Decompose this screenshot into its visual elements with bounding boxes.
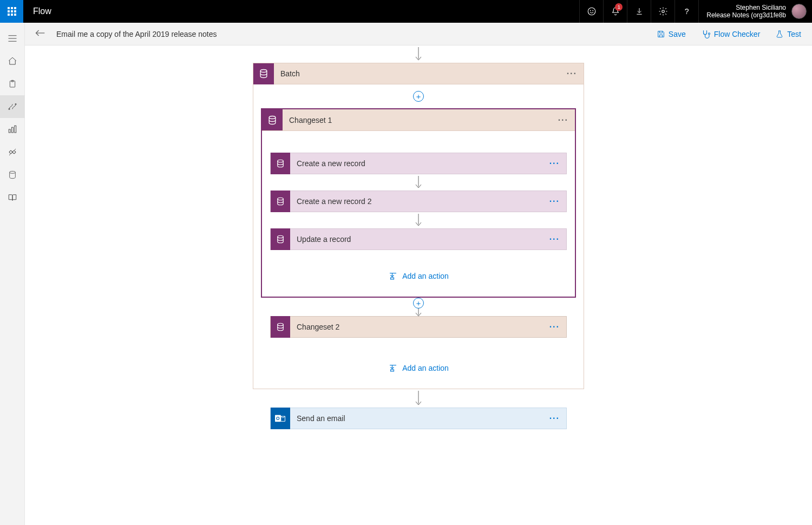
designer-canvas[interactable]: Batch ··· ＋ Changeset 1 ··· (25, 45, 812, 525)
svg-point-1 (590, 10, 591, 11)
user-name: Stephen Siciliano (706, 4, 786, 11)
stethoscope-icon (701, 29, 711, 39)
download-icon (635, 7, 644, 16)
changeset-2-menu-button[interactable]: ··· (543, 322, 566, 332)
add-action-button[interactable]: Add an action (388, 272, 449, 280)
changeset-1: Changeset 1 ··· Create a new record ··· (261, 108, 576, 298)
cds-icon (271, 316, 290, 338)
changeset-2-title: Changeset 2 (290, 323, 543, 331)
feedback-button[interactable] (579, 0, 603, 23)
clipboard-icon (8, 79, 17, 89)
nav-data[interactable] (0, 163, 25, 186)
batch-menu-button[interactable]: ··· (560, 69, 584, 78)
svg-rect-22 (391, 370, 394, 371)
action-menu-button[interactable]: ··· (543, 234, 566, 244)
changeset-1-menu-button[interactable]: ··· (552, 115, 575, 125)
org-name: Release Notes (org3d1fe8b (706, 11, 786, 19)
svg-point-18 (278, 198, 284, 200)
beaker-icon (775, 30, 784, 38)
action-create-record[interactable]: Create a new record ··· (270, 153, 567, 174)
action-menu-button[interactable]: ··· (543, 196, 566, 206)
downloads-button[interactable] (627, 0, 651, 23)
nav-collapse-button[interactable] (0, 27, 25, 50)
back-button[interactable] (32, 27, 48, 41)
svg-point-13 (9, 171, 15, 173)
changeset-1-body: Create a new record ··· Create a new rec… (262, 131, 575, 297)
svg-rect-9 (11, 127, 13, 133)
nav-connectors[interactable] (0, 141, 25, 163)
svg-point-2 (593, 10, 593, 11)
flow-title: Email me a copy of the April 2019 releas… (56, 30, 217, 38)
flows-icon (8, 102, 17, 111)
test-label: Test (787, 30, 801, 38)
svg-point-0 (588, 8, 595, 15)
cds-icon (253, 63, 274, 84)
question-icon: ? (685, 7, 689, 16)
action-label: Update a record (290, 235, 543, 244)
outlook-icon: O (271, 408, 290, 429)
command-bar: Email me a copy of the April 2019 releas… (25, 23, 812, 45)
action-create-record-2[interactable]: Create a new record 2 ··· (270, 191, 567, 212)
nav-templates[interactable] (0, 118, 25, 141)
cds-icon (271, 153, 290, 174)
nav-my-flows[interactable] (0, 95, 25, 118)
flow-checker-label: Flow Checker (714, 30, 761, 38)
action-label: Create a new record 2 (290, 197, 543, 206)
user-avatar (791, 4, 807, 19)
add-action-button[interactable]: Add an action (388, 364, 449, 372)
flow-checker-button[interactable]: Flow Checker (698, 27, 764, 41)
waffle-icon (8, 7, 16, 16)
action-menu-button[interactable]: ··· (543, 159, 566, 168)
test-button[interactable]: Test (772, 28, 804, 41)
gear-icon (658, 6, 668, 16)
changeset-1-title: Changeset 1 (283, 116, 552, 124)
app-brand: Flow (23, 0, 61, 23)
settings-button[interactable] (651, 0, 675, 23)
nav-approvals[interactable] (0, 73, 25, 95)
svg-point-15 (260, 70, 267, 73)
svg-rect-10 (14, 126, 16, 133)
home-icon (8, 56, 17, 66)
add-action-icon (388, 272, 398, 280)
batch-body: ＋ Changeset 1 ··· (253, 84, 584, 389)
database-icon (8, 170, 17, 180)
nav-home[interactable] (0, 50, 25, 73)
changeset-2[interactable]: Changeset 2 ··· (270, 316, 567, 338)
notifications-button[interactable]: 1 (603, 0, 627, 23)
changeset-1-header[interactable]: Changeset 1 ··· (262, 109, 575, 131)
book-icon (8, 193, 17, 202)
app-launcher-button[interactable] (0, 0, 23, 23)
connector-arrow (415, 389, 422, 408)
global-header: Flow 1 ? Stephen Siciliano Release Notes… (0, 0, 812, 23)
cds-icon (262, 109, 283, 130)
svg-point-19 (278, 235, 284, 238)
save-icon (657, 30, 665, 38)
action-update-record[interactable]: Update a record ··· (270, 228, 567, 250)
svg-rect-20 (391, 278, 394, 279)
svg-point-14 (708, 32, 710, 34)
svg-point-16 (269, 116, 276, 119)
help-button[interactable]: ? (675, 0, 698, 23)
email-menu-button[interactable]: ··· (543, 414, 566, 423)
connector-icon (8, 147, 17, 157)
svg-rect-11 (9, 150, 12, 154)
add-action-label: Add an action (402, 272, 449, 280)
email-title: Send an email (290, 414, 543, 423)
save-label: Save (669, 30, 686, 38)
connector-arrow (415, 47, 422, 63)
add-action-icon (388, 364, 398, 372)
chart-icon (8, 124, 17, 134)
nav-learn[interactable] (0, 186, 25, 209)
account-area[interactable]: Stephen Siciliano Release Notes (org3d1f… (698, 0, 812, 23)
action-send-email[interactable]: O Send an email ··· (270, 408, 567, 429)
batch-header[interactable]: Batch ··· (253, 63, 584, 84)
hamburger-icon (8, 35, 17, 42)
cds-icon (271, 191, 290, 212)
left-nav-rail (0, 23, 25, 525)
svg-text:O: O (276, 416, 280, 421)
insert-step-button[interactable]: ＋ (413, 91, 424, 102)
save-button[interactable]: Save (653, 28, 689, 41)
cds-icon (271, 228, 290, 250)
insert-between-button[interactable]: ＋ (413, 298, 424, 316)
svg-point-21 (278, 323, 284, 326)
